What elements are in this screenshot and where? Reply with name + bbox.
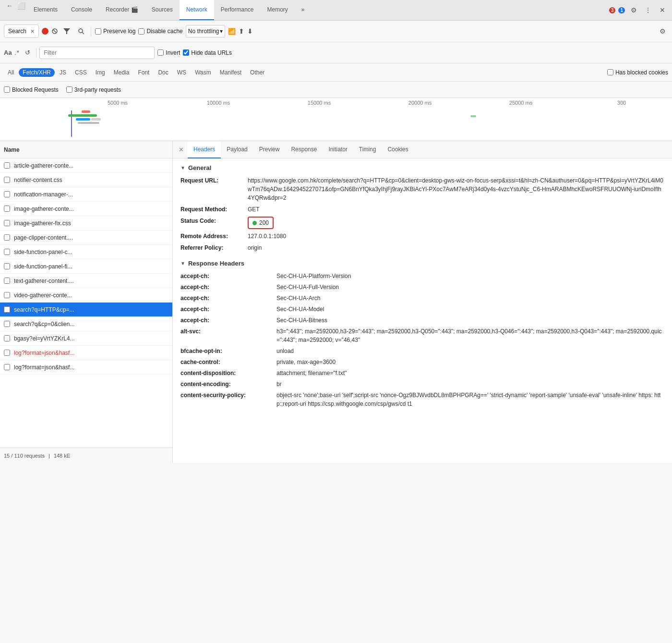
regex-button[interactable]: .*	[15, 49, 19, 56]
details-content: ▼ General Request URL: https://www.googl…	[173, 158, 672, 463]
stop-button[interactable]	[51, 28, 58, 35]
request-item[interactable]: search?q&cp=0&clien...	[0, 317, 172, 331]
hide-data-urls-label[interactable]: Hide data URLs	[183, 49, 232, 56]
throttle-select[interactable]: No throttling ▾	[186, 25, 226, 37]
request-item[interactable]: image-gatherer-conte...	[0, 202, 172, 216]
request-item[interactable]: bgasy?ei=yVrtYZKrL4...	[0, 331, 172, 346]
request-checkbox[interactable]	[4, 263, 10, 269]
request-checkbox[interactable]	[4, 364, 10, 370]
tab-preview[interactable]: Preview	[253, 141, 286, 158]
general-section-header[interactable]: ▼ General	[180, 164, 664, 171]
filter-all[interactable]: All	[4, 68, 18, 77]
tab-sources[interactable]: Sources	[145, 0, 180, 20]
request-item[interactable]: video-gatherer-conte...	[0, 288, 172, 303]
disable-cache-label[interactable]: Disable cache	[138, 28, 182, 35]
filter-manifest[interactable]: Manifest	[216, 68, 245, 77]
tab-payload[interactable]: Payload	[221, 141, 253, 158]
filter-input[interactable]	[39, 47, 155, 59]
request-checkbox[interactable]	[4, 335, 10, 341]
filter-wasm[interactable]: Wasm	[191, 68, 215, 77]
filter-css[interactable]: CSS	[71, 68, 91, 77]
tab-network[interactable]: Network	[180, 0, 214, 20]
has-blocked-cookies-label[interactable]: Has blocked cookies	[607, 69, 668, 76]
search-button[interactable]	[75, 25, 87, 37]
timeline-bar-gray2	[91, 118, 101, 121]
filter-fetch-xhr[interactable]: Fetch/XHR	[19, 68, 55, 77]
hide-data-urls-checkbox[interactable]	[183, 49, 189, 56]
invert-checkbox[interactable]	[157, 49, 164, 56]
blocked-requests-label[interactable]: Blocked Requests	[4, 86, 59, 93]
request-checkbox[interactable]	[4, 177, 10, 183]
tab-memory[interactable]: Memory	[261, 0, 295, 20]
request-checkbox[interactable]	[4, 191, 10, 197]
refresh-button[interactable]: ↺	[22, 47, 33, 59]
network-settings-button[interactable]: ⚙	[657, 25, 668, 37]
details-close-button[interactable]: ✕	[175, 146, 188, 153]
request-checkbox[interactable]	[4, 206, 10, 212]
request-item-selected[interactable]: search?q=HTTP&cp=...	[0, 303, 172, 317]
request-item[interactable]: article-gatherer-conte...	[0, 158, 172, 173]
wifi-icon: 📶	[228, 28, 236, 35]
blocked-requests-checkbox[interactable]	[4, 86, 10, 93]
filter-img[interactable]: Img	[92, 68, 109, 77]
request-item[interactable]: log?format=json&hasf...	[0, 360, 172, 375]
request-checkbox[interactable]	[4, 350, 10, 356]
main-split: Name article-gatherer-conte... notifier-…	[0, 141, 672, 463]
tab-console[interactable]: Console	[64, 0, 99, 20]
search-tab-close[interactable]: ✕	[30, 28, 35, 35]
has-blocked-cookies-checkbox[interactable]	[607, 69, 613, 75]
filter-js[interactable]: JS	[56, 68, 70, 77]
request-item[interactable]: image-gatherer-fix.css	[0, 216, 172, 231]
filter-other[interactable]: Other	[246, 68, 268, 77]
request-checkbox[interactable]	[4, 321, 10, 327]
filter-ws[interactable]: WS	[173, 68, 190, 77]
third-party-checkbox[interactable]	[66, 86, 72, 93]
close-button[interactable]: ✕	[657, 4, 668, 16]
invert-label[interactable]: Invert	[157, 49, 180, 56]
preserve-log-label[interactable]: Preserve log	[95, 28, 135, 35]
more-button[interactable]: ⋮	[642, 4, 654, 16]
dock-button[interactable]: ⬜	[15, 0, 27, 12]
timeline-canvas[interactable]	[67, 106, 672, 141]
tab-response[interactable]: Response	[285, 141, 323, 158]
filter-media[interactable]: Media	[110, 68, 133, 77]
request-checkbox[interactable]	[4, 278, 10, 284]
requests-panel: Name article-gatherer-conte... notifier-…	[0, 141, 173, 463]
tab-performance[interactable]: Performance	[214, 0, 261, 20]
response-headers-section-header[interactable]: ▼ Response Headers	[180, 260, 664, 267]
tab-initiator[interactable]: Initiator	[323, 141, 353, 158]
tab-cookies[interactable]: Cookies	[382, 141, 414, 158]
filter-button[interactable]	[61, 25, 72, 37]
tab-elements[interactable]: Elements	[27, 0, 64, 20]
request-item-error[interactable]: log?format=json&hasf...	[0, 346, 172, 360]
tab-headers[interactable]: Headers	[188, 141, 221, 158]
settings-button[interactable]: ⚙	[628, 4, 639, 16]
request-checkbox[interactable]	[4, 306, 10, 313]
search-tab[interactable]: Search ✕	[4, 24, 39, 38]
tab-more[interactable]: »	[295, 0, 312, 20]
third-party-requests-label[interactable]: 3rd-party requests	[66, 86, 121, 93]
tab-recorder[interactable]: Recorder 🎬	[99, 0, 145, 20]
request-item[interactable]: notifier-content.css	[0, 173, 172, 187]
request-checkbox[interactable]	[4, 249, 10, 255]
tick-20000: 20000 ms	[370, 100, 470, 106]
request-item[interactable]: side-function-panel-c...	[0, 245, 172, 259]
request-item[interactable]: side-function-panel-fi...	[0, 259, 172, 274]
filter-font[interactable]: Font	[134, 68, 153, 77]
preserve-log-checkbox[interactable]	[95, 28, 101, 35]
request-checkbox[interactable]	[4, 234, 10, 241]
filter-doc[interactable]: Doc	[154, 68, 172, 77]
disable-cache-checkbox[interactable]	[138, 28, 144, 35]
tab-timing[interactable]: Timing	[353, 141, 382, 158]
request-item[interactable]: page-clipper-content....	[0, 231, 172, 245]
request-checkbox[interactable]	[4, 292, 10, 298]
back-button[interactable]: ←	[4, 0, 15, 12]
request-item[interactable]: text-gatherer-content....	[0, 274, 172, 288]
request-item[interactable]: notification-manager-...	[0, 187, 172, 202]
request-checkbox[interactable]	[4, 162, 10, 169]
font-size-button[interactable]: Aa	[4, 49, 12, 56]
download-icon[interactable]: ⬇	[247, 27, 253, 35]
record-button[interactable]	[42, 28, 48, 35]
request-checkbox[interactable]	[4, 220, 10, 226]
upload-icon[interactable]: ⬆	[239, 27, 244, 35]
